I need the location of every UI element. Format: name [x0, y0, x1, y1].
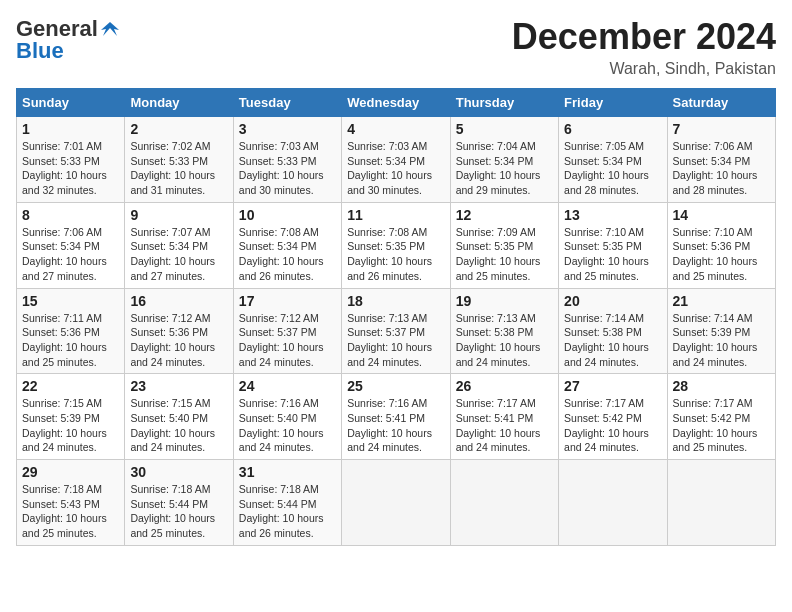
- day-detail: Sunrise: 7:03 AM Sunset: 5:33 PM Dayligh…: [239, 139, 336, 198]
- day-detail: Sunrise: 7:18 AM Sunset: 5:44 PM Dayligh…: [239, 482, 336, 541]
- day-number: 26: [456, 378, 553, 394]
- calendar-table: SundayMondayTuesdayWednesdayThursdayFrid…: [16, 88, 776, 546]
- svg-marker-0: [101, 22, 119, 36]
- day-number: 5: [456, 121, 553, 137]
- day-detail: Sunrise: 7:18 AM Sunset: 5:44 PM Dayligh…: [130, 482, 227, 541]
- column-header-saturday: Saturday: [667, 89, 775, 117]
- day-cell: 29 Sunrise: 7:18 AM Sunset: 5:43 PM Dayl…: [17, 460, 125, 546]
- day-detail: Sunrise: 7:18 AM Sunset: 5:43 PM Dayligh…: [22, 482, 119, 541]
- day-detail: Sunrise: 7:15 AM Sunset: 5:40 PM Dayligh…: [130, 396, 227, 455]
- column-header-sunday: Sunday: [17, 89, 125, 117]
- day-cell: 9 Sunrise: 7:07 AM Sunset: 5:34 PM Dayli…: [125, 202, 233, 288]
- day-cell: 18 Sunrise: 7:13 AM Sunset: 5:37 PM Dayl…: [342, 288, 450, 374]
- day-cell: 14 Sunrise: 7:10 AM Sunset: 5:36 PM Dayl…: [667, 202, 775, 288]
- day-cell: 28 Sunrise: 7:17 AM Sunset: 5:42 PM Dayl…: [667, 374, 775, 460]
- day-cell: 24 Sunrise: 7:16 AM Sunset: 5:40 PM Dayl…: [233, 374, 341, 460]
- week-row-3: 15 Sunrise: 7:11 AM Sunset: 5:36 PM Dayl…: [17, 288, 776, 374]
- day-number: 28: [673, 378, 770, 394]
- day-number: 9: [130, 207, 227, 223]
- day-cell: 8 Sunrise: 7:06 AM Sunset: 5:34 PM Dayli…: [17, 202, 125, 288]
- day-cell: 26 Sunrise: 7:17 AM Sunset: 5:41 PM Dayl…: [450, 374, 558, 460]
- day-detail: Sunrise: 7:07 AM Sunset: 5:34 PM Dayligh…: [130, 225, 227, 284]
- column-header-friday: Friday: [559, 89, 667, 117]
- day-detail: Sunrise: 7:02 AM Sunset: 5:33 PM Dayligh…: [130, 139, 227, 198]
- day-detail: Sunrise: 7:04 AM Sunset: 5:34 PM Dayligh…: [456, 139, 553, 198]
- week-row-5: 29 Sunrise: 7:18 AM Sunset: 5:43 PM Dayl…: [17, 460, 776, 546]
- day-cell: 27 Sunrise: 7:17 AM Sunset: 5:42 PM Dayl…: [559, 374, 667, 460]
- week-row-1: 1 Sunrise: 7:01 AM Sunset: 5:33 PM Dayli…: [17, 117, 776, 203]
- day-detail: Sunrise: 7:17 AM Sunset: 5:42 PM Dayligh…: [564, 396, 661, 455]
- day-number: 11: [347, 207, 444, 223]
- day-cell: 30 Sunrise: 7:18 AM Sunset: 5:44 PM Dayl…: [125, 460, 233, 546]
- day-number: 25: [347, 378, 444, 394]
- day-detail: Sunrise: 7:10 AM Sunset: 5:35 PM Dayligh…: [564, 225, 661, 284]
- day-number: 19: [456, 293, 553, 309]
- day-number: 12: [456, 207, 553, 223]
- day-detail: Sunrise: 7:05 AM Sunset: 5:34 PM Dayligh…: [564, 139, 661, 198]
- day-number: 7: [673, 121, 770, 137]
- day-detail: Sunrise: 7:08 AM Sunset: 5:34 PM Dayligh…: [239, 225, 336, 284]
- day-detail: Sunrise: 7:12 AM Sunset: 5:37 PM Dayligh…: [239, 311, 336, 370]
- page-header: General Blue December 2024 Warah, Sindh,…: [16, 16, 776, 78]
- day-number: 2: [130, 121, 227, 137]
- day-cell: 23 Sunrise: 7:15 AM Sunset: 5:40 PM Dayl…: [125, 374, 233, 460]
- month-title: December 2024: [512, 16, 776, 58]
- day-number: 29: [22, 464, 119, 480]
- day-cell: 3 Sunrise: 7:03 AM Sunset: 5:33 PM Dayli…: [233, 117, 341, 203]
- day-number: 4: [347, 121, 444, 137]
- day-number: 14: [673, 207, 770, 223]
- day-cell: [667, 460, 775, 546]
- day-detail: Sunrise: 7:03 AM Sunset: 5:34 PM Dayligh…: [347, 139, 444, 198]
- day-cell: 4 Sunrise: 7:03 AM Sunset: 5:34 PM Dayli…: [342, 117, 450, 203]
- day-number: 15: [22, 293, 119, 309]
- day-detail: Sunrise: 7:06 AM Sunset: 5:34 PM Dayligh…: [673, 139, 770, 198]
- column-header-wednesday: Wednesday: [342, 89, 450, 117]
- week-row-2: 8 Sunrise: 7:06 AM Sunset: 5:34 PM Dayli…: [17, 202, 776, 288]
- day-number: 22: [22, 378, 119, 394]
- day-cell: 25 Sunrise: 7:16 AM Sunset: 5:41 PM Dayl…: [342, 374, 450, 460]
- day-detail: Sunrise: 7:15 AM Sunset: 5:39 PM Dayligh…: [22, 396, 119, 455]
- day-cell: 13 Sunrise: 7:10 AM Sunset: 5:35 PM Dayl…: [559, 202, 667, 288]
- day-number: 13: [564, 207, 661, 223]
- day-cell: 21 Sunrise: 7:14 AM Sunset: 5:39 PM Dayl…: [667, 288, 775, 374]
- day-number: 23: [130, 378, 227, 394]
- day-number: 16: [130, 293, 227, 309]
- day-detail: Sunrise: 7:14 AM Sunset: 5:39 PM Dayligh…: [673, 311, 770, 370]
- day-cell: [559, 460, 667, 546]
- day-cell: 17 Sunrise: 7:12 AM Sunset: 5:37 PM Dayl…: [233, 288, 341, 374]
- day-number: 21: [673, 293, 770, 309]
- calendar-header-row: SundayMondayTuesdayWednesdayThursdayFrid…: [17, 89, 776, 117]
- day-cell: [342, 460, 450, 546]
- day-cell: 20 Sunrise: 7:14 AM Sunset: 5:38 PM Dayl…: [559, 288, 667, 374]
- day-cell: 19 Sunrise: 7:13 AM Sunset: 5:38 PM Dayl…: [450, 288, 558, 374]
- day-cell: 2 Sunrise: 7:02 AM Sunset: 5:33 PM Dayli…: [125, 117, 233, 203]
- day-cell: 10 Sunrise: 7:08 AM Sunset: 5:34 PM Dayl…: [233, 202, 341, 288]
- day-cell: 7 Sunrise: 7:06 AM Sunset: 5:34 PM Dayli…: [667, 117, 775, 203]
- day-detail: Sunrise: 7:16 AM Sunset: 5:40 PM Dayligh…: [239, 396, 336, 455]
- day-cell: 31 Sunrise: 7:18 AM Sunset: 5:44 PM Dayl…: [233, 460, 341, 546]
- day-detail: Sunrise: 7:16 AM Sunset: 5:41 PM Dayligh…: [347, 396, 444, 455]
- day-detail: Sunrise: 7:01 AM Sunset: 5:33 PM Dayligh…: [22, 139, 119, 198]
- day-detail: Sunrise: 7:09 AM Sunset: 5:35 PM Dayligh…: [456, 225, 553, 284]
- day-number: 24: [239, 378, 336, 394]
- day-number: 1: [22, 121, 119, 137]
- day-number: 30: [130, 464, 227, 480]
- day-cell: 5 Sunrise: 7:04 AM Sunset: 5:34 PM Dayli…: [450, 117, 558, 203]
- day-detail: Sunrise: 7:10 AM Sunset: 5:36 PM Dayligh…: [673, 225, 770, 284]
- day-cell: 12 Sunrise: 7:09 AM Sunset: 5:35 PM Dayl…: [450, 202, 558, 288]
- day-number: 6: [564, 121, 661, 137]
- day-number: 8: [22, 207, 119, 223]
- day-detail: Sunrise: 7:08 AM Sunset: 5:35 PM Dayligh…: [347, 225, 444, 284]
- day-detail: Sunrise: 7:13 AM Sunset: 5:38 PM Dayligh…: [456, 311, 553, 370]
- day-cell: 6 Sunrise: 7:05 AM Sunset: 5:34 PM Dayli…: [559, 117, 667, 203]
- day-detail: Sunrise: 7:06 AM Sunset: 5:34 PM Dayligh…: [22, 225, 119, 284]
- day-cell: 11 Sunrise: 7:08 AM Sunset: 5:35 PM Dayl…: [342, 202, 450, 288]
- calendar-body: 1 Sunrise: 7:01 AM Sunset: 5:33 PM Dayli…: [17, 117, 776, 546]
- day-cell: 15 Sunrise: 7:11 AM Sunset: 5:36 PM Dayl…: [17, 288, 125, 374]
- day-detail: Sunrise: 7:11 AM Sunset: 5:36 PM Dayligh…: [22, 311, 119, 370]
- logo: General Blue: [16, 16, 122, 64]
- day-detail: Sunrise: 7:14 AM Sunset: 5:38 PM Dayligh…: [564, 311, 661, 370]
- day-number: 31: [239, 464, 336, 480]
- logo-bird-icon: [99, 20, 121, 38]
- day-cell: 1 Sunrise: 7:01 AM Sunset: 5:33 PM Dayli…: [17, 117, 125, 203]
